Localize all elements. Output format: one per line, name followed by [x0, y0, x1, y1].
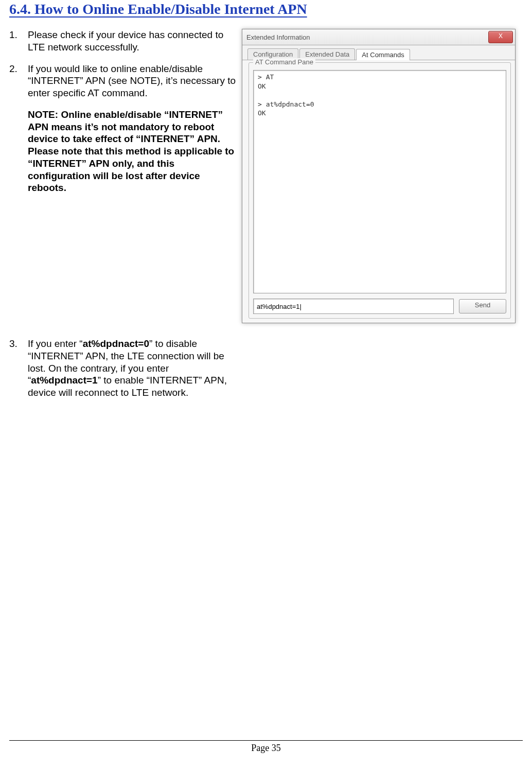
window-title: Extended Information — [246, 33, 310, 41]
two-column-row: 1. Please check if your device has conne… — [9, 29, 523, 323]
window-titlebar: Extended Information X — [242, 29, 515, 45]
step-number: 3. — [9, 338, 28, 399]
send-button[interactable]: Send — [459, 299, 506, 313]
text-column: 1. Please check if your device has conne… — [9, 29, 242, 204]
note-paragraph: NOTE: Online enable/disable “INTERNET” A… — [9, 109, 239, 194]
lower-steps: 3. If you enter “at%dpdnact=0” to disabl… — [9, 338, 523, 399]
step-number: 1. — [9, 29, 28, 54]
section-heading: 6.4. How to Online Enable/Disable Intern… — [9, 0, 523, 18]
close-icon: X — [499, 32, 503, 40]
extended-information-window: Extended Information X Configuration Ext… — [242, 29, 516, 323]
text-fragment: If you enter “ — [28, 338, 83, 349]
tab-pane: AT Command Pane > AT OK > at%dpdnact=0 O… — [242, 60, 515, 323]
command-bold: at%dpdnact=0 — [83, 338, 149, 349]
at-command-group: AT Command Pane > AT OK > at%dpdnact=0 O… — [249, 62, 511, 319]
step-body: Please check if your device has connecte… — [28, 29, 239, 54]
step-body: If you enter “at%dpdnact=0” to disable “… — [28, 338, 242, 399]
send-row: Send — [253, 299, 506, 314]
step-1: 1. Please check if your device has conne… — [9, 29, 239, 54]
step-body: If you would like to online enable/disab… — [28, 63, 239, 99]
step-2: 2. If you would like to online enable/di… — [9, 63, 239, 99]
close-button[interactable]: X — [488, 31, 513, 43]
step-number: 2. — [9, 63, 28, 99]
at-command-input[interactable] — [253, 299, 454, 314]
group-label: AT Command Pane — [253, 58, 315, 66]
page-footer: Page 35 — [9, 740, 523, 754]
step-3: 3. If you enter “at%dpdnact=0” to disabl… — [9, 338, 242, 399]
screenshot-column: Extended Information X Configuration Ext… — [242, 29, 517, 323]
at-output-textarea[interactable]: > AT OK > at%dpdnact=0 OK — [253, 70, 506, 293]
command-bold: at%dpdnact=1 — [31, 375, 97, 386]
document-page: 6.4. How to Online Enable/Disable Intern… — [0, 0, 532, 768]
tab-at-commands[interactable]: At Commands — [356, 49, 410, 60]
